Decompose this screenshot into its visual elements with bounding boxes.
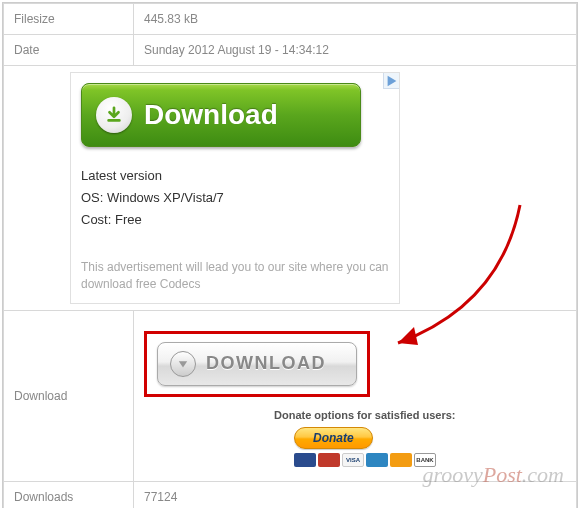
- ad-download-text: Download: [144, 99, 278, 131]
- downloads-value: 77124: [134, 481, 577, 508]
- date-value: Sunday 2012 August 19 - 14:34:12: [134, 35, 577, 66]
- date-label: Date: [4, 35, 134, 66]
- download-label: Download: [4, 310, 134, 481]
- real-download-button[interactable]: DOWNLOAD: [157, 342, 357, 386]
- payment-cards: VISA BANK: [294, 453, 566, 467]
- advertisement-box: Download Latest version OS: Windows XP/V…: [70, 72, 400, 304]
- info-table: Filesize 445.83 kB Date Sunday 2012 Augu…: [3, 3, 577, 508]
- maestro-card-icon: [294, 453, 316, 467]
- filesize-value: 445.83 kB: [134, 4, 577, 35]
- download-arrow-icon: [170, 351, 196, 377]
- downloads-label: Downloads: [4, 481, 134, 508]
- filesize-label: Filesize: [4, 4, 134, 35]
- ad-line-version: Latest version: [81, 165, 389, 187]
- ad-line-cost: Cost: Free: [81, 209, 389, 231]
- amex-card-icon: [366, 453, 388, 467]
- mastercard-icon: [318, 453, 340, 467]
- donate-button[interactable]: Donate: [294, 427, 373, 449]
- ad-line-os: OS: Windows XP/Vista/7: [81, 187, 389, 209]
- bank-card-icon: BANK: [414, 453, 436, 467]
- highlight-annotation: DOWNLOAD: [144, 331, 370, 397]
- download-arrow-icon: [96, 97, 132, 133]
- visa-card-icon: VISA: [342, 453, 364, 467]
- adchoices-icon[interactable]: [383, 73, 399, 89]
- discover-card-icon: [390, 453, 412, 467]
- ad-download-button[interactable]: Download: [81, 83, 361, 147]
- ad-disclaimer: This advertisement will lead you to our …: [81, 259, 389, 293]
- donate-heading: Donate options for satisfied users:: [274, 409, 566, 421]
- real-download-text: DOWNLOAD: [206, 353, 326, 374]
